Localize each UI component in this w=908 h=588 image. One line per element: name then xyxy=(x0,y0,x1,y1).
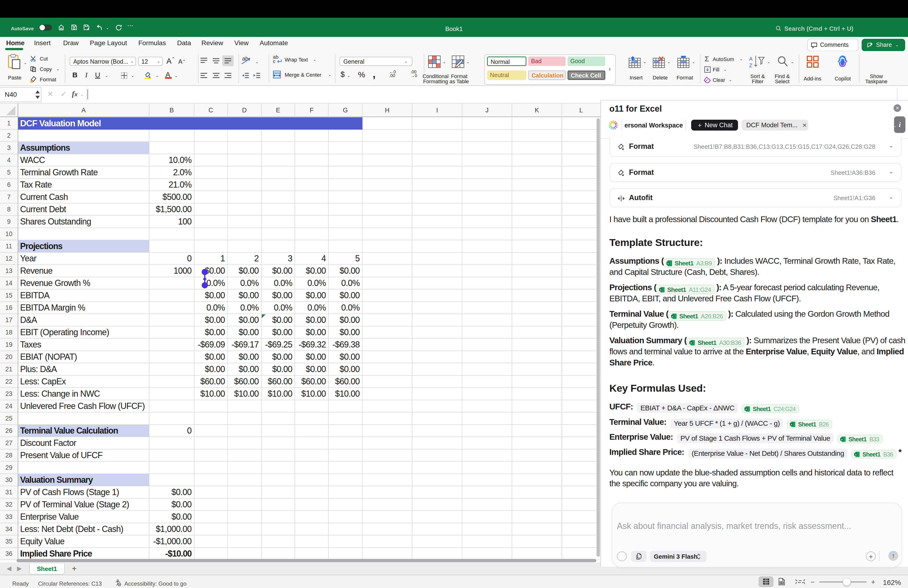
svg-text:A: A xyxy=(749,56,753,62)
svg-text:Z: Z xyxy=(749,63,752,68)
